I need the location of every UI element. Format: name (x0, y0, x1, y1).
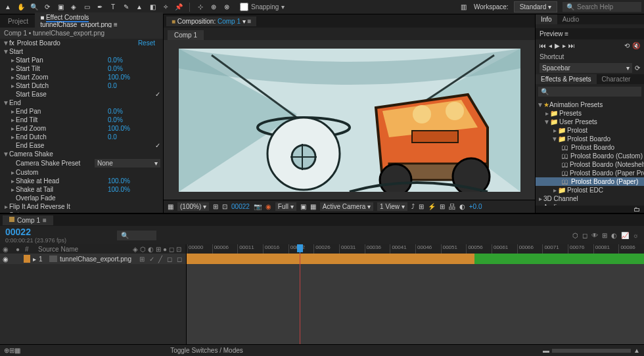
stamp-tool-icon[interactable]: ▲ (134, 2, 145, 12)
preset-pb-noteshelf[interactable]: 🕮Prolost Boardo (Noteshelf) (536, 160, 644, 169)
shy-icon[interactable]: 👁 (591, 232, 598, 239)
tree-prolost-boardo[interactable]: ▼📁Prolost Boardo (536, 135, 644, 143)
snapping-checkbox[interactable] (240, 3, 248, 11)
snapping-chevron-icon[interactable]: ▾ (281, 3, 285, 11)
prop-end-tilt[interactable]: End Tilt (16, 116, 108, 123)
timeline-tracks[interactable]: 0000000006 0001100016 0002200026 0003100… (187, 244, 644, 344)
prop-shake-tail[interactable]: Shake at Tail (16, 186, 108, 193)
group-end[interactable]: End (9, 99, 160, 106)
prop-start-ease[interactable]: Start Ease (16, 91, 155, 98)
prop-shake-preset[interactable]: Camera Shake Preset (16, 160, 95, 167)
val-start-zoom[interactable]: 100.0% (108, 74, 160, 81)
composition-canvas[interactable] (179, 49, 520, 192)
view-axis-icon[interactable]: ⊗ (221, 2, 232, 12)
shortcut-select[interactable]: Spacebar▾ (540, 63, 632, 73)
checkmark-icon[interactable]: ✓ (155, 142, 160, 149)
preset-pb-custom[interactable]: 🕮Prolost Boardo (Custom) (536, 152, 644, 160)
tab-effects-presets[interactable]: Effects & Presets (536, 74, 597, 84)
reset-shortcut-icon[interactable]: ⟳ (635, 64, 640, 72)
zoom-slider[interactable] (552, 349, 631, 353)
group-custom[interactable]: Custom (16, 169, 160, 176)
play-icon[interactable]: ▶ (555, 42, 560, 49)
prop-end-zoom[interactable]: End Zoom (16, 125, 108, 132)
preview-header[interactable]: Preview ≡ (536, 28, 644, 39)
group-start[interactable]: Start (9, 48, 160, 55)
exposure-value[interactable]: +0.0 (469, 203, 482, 210)
zoom-in-icon[interactable]: ▲ (633, 347, 640, 354)
prop-shake-head[interactable]: Shake at Head (16, 177, 108, 185)
time-ruler[interactable]: 0000000006 0001100016 0002200026 0003100… (187, 244, 644, 254)
timeline-search-input[interactable]: 🔍 (117, 231, 156, 240)
workspace-select[interactable]: Standard ▾ (514, 1, 557, 12)
share-icon[interactable]: ⤴ (411, 203, 415, 210)
frame-blend-icon[interactable]: ⊞ (602, 232, 607, 239)
camera-select[interactable]: Active Camera ▾ (320, 202, 373, 211)
alpha-icon[interactable]: ▦ (168, 203, 173, 210)
preset-pb-paper[interactable]: 🕮Prolost Boardo (Paper) (536, 177, 644, 186)
prop-start-tilt[interactable]: Start Tilt (16, 65, 108, 72)
brush-tool-icon[interactable]: ✎ (121, 2, 131, 12)
workspace-icon[interactable]: ▥ (458, 2, 469, 12)
layer-row[interactable]: ◉ ▸ 1 tunnelChase_export.png ⊞ ✓ ╱ ◻ ◻ (0, 254, 186, 264)
shape-tool-icon[interactable]: ▭ (81, 2, 92, 12)
tl-zoom-icon[interactable]: ⊕ (4, 347, 9, 354)
hand-tool-icon[interactable]: ✋ (16, 2, 26, 12)
grid-icon[interactable]: ⊡ (222, 203, 227, 210)
layer-name[interactable]: tunnelChase_export.png (60, 256, 131, 263)
tl-render-icon[interactable]: ▦ (14, 347, 20, 354)
pan-behind-tool-icon[interactable]: ◈ (68, 2, 79, 12)
prop-end-pan[interactable]: End Pan (16, 108, 108, 115)
layer-bar[interactable] (187, 254, 644, 264)
draft3d-icon[interactable]: ◻ (582, 232, 587, 239)
prop-overlap[interactable]: Overlap Fade (16, 194, 160, 202)
loop-icon[interactable]: ⟲ (624, 42, 630, 49)
tree-presets[interactable]: ▸📁Presets (536, 109, 644, 118)
selection-tool-icon[interactable]: ▲ (3, 2, 13, 12)
panel-menu-icon[interactable]: ≡ (248, 18, 252, 25)
tab-project[interactable]: Project (3, 16, 34, 26)
effect-header[interactable]: ▼ fx Prolost Boardo Reset (0, 39, 163, 47)
resolution-select[interactable]: Full ▾ (275, 202, 296, 211)
views-select[interactable]: 1 View ▾ (377, 202, 407, 211)
group-flip[interactable]: Flip It And Reverse It (9, 203, 160, 210)
snapping-toggle[interactable]: Snapping ▾ (240, 3, 285, 11)
prop-end-ease[interactable]: End Ease (16, 142, 155, 149)
toggle-switches-button[interactable]: Toggle Switches / Modes (170, 347, 243, 354)
tab-character[interactable]: Character (597, 74, 636, 84)
reset-exposure-icon[interactable]: ◐ (459, 203, 465, 210)
rotate-tool-icon[interactable]: ⟳ (42, 2, 53, 12)
roi-icon[interactable]: ▣ (300, 203, 306, 210)
tree-user-presets[interactable]: ▼📁User Presets (536, 118, 644, 126)
transparency-icon[interactable]: ▦ (310, 203, 316, 210)
tab-audio[interactable]: Audio (557, 14, 585, 24)
brain-icon[interactable]: ☼ (633, 232, 639, 239)
preset-pb-plain[interactable]: 🕮Prolost Boardo (536, 143, 644, 152)
prop-start-dutch[interactable]: Start Dutch (16, 82, 108, 89)
effects-search-input[interactable]: 🔍 (538, 87, 641, 97)
pixel-aspect-icon[interactable]: ⊞ (419, 203, 424, 210)
val-start-tilt[interactable]: 0.0% (108, 65, 160, 72)
reset-button[interactable]: Reset (138, 39, 155, 47)
val-start-pan[interactable]: 0.0% (108, 56, 160, 64)
mute-icon[interactable]: 🔇 (632, 42, 640, 49)
comp-breadcrumb[interactable]: Comp 1 (168, 30, 204, 40)
val-start-dutch[interactable]: 0.0 (108, 82, 160, 89)
motion-blur-icon[interactable]: ◐ (611, 232, 617, 239)
checkmark-icon[interactable]: ✓ (155, 91, 160, 98)
channels-icon[interactable]: ◉ (265, 203, 271, 210)
fast-preview-icon[interactable]: ⚡ (428, 203, 436, 210)
val-shake-tail[interactable]: 100.0% (108, 186, 160, 193)
flowchart-icon[interactable]: 品 (449, 202, 455, 211)
val-shake-head[interactable]: 100.0% (108, 177, 160, 185)
prop-start-zoom[interactable]: Start Zoom (16, 74, 108, 81)
zoom-select[interactable]: (100%) ▾ (177, 202, 209, 211)
first-frame-icon[interactable]: ⏮ (540, 42, 546, 49)
type-tool-icon[interactable]: T (108, 2, 118, 12)
current-frame[interactable]: 00022 (231, 203, 250, 210)
puppet-tool-icon[interactable]: 📌 (173, 2, 184, 12)
shake-preset-select[interactable]: None▾ (95, 159, 160, 167)
layer-color-swatch[interactable] (24, 255, 30, 263)
new-bin-icon[interactable]: 🗀 (536, 206, 644, 213)
world-axis-icon[interactable]: ⊕ (208, 2, 219, 12)
tab-info[interactable]: Info (536, 14, 557, 24)
